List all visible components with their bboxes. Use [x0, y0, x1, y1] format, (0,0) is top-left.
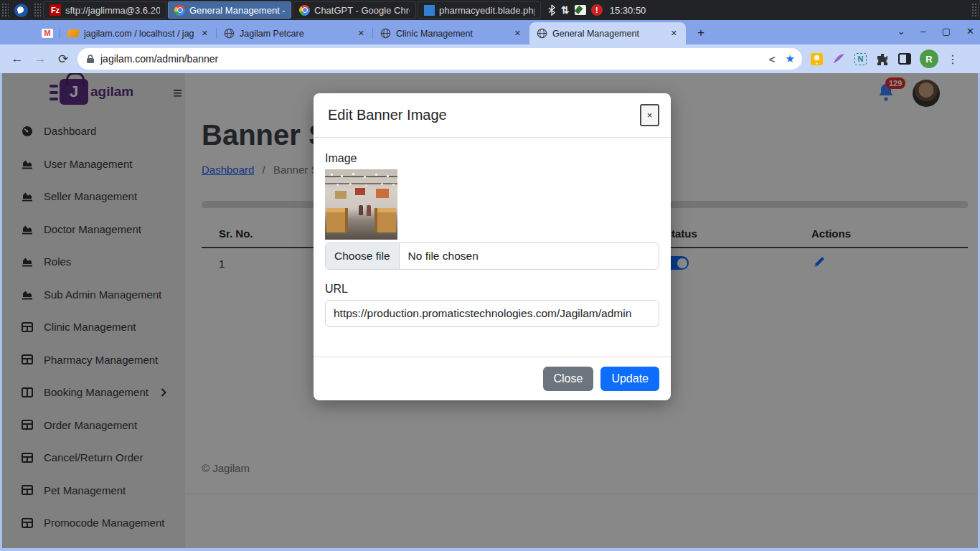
tab-clinic-management[interactable]: Clinic Management ✕	[373, 22, 529, 44]
reload-icon[interactable]: ⟳	[52, 52, 75, 67]
modal-body: Image Choose file No file chosen URL	[314, 138, 671, 357]
vscode-icon	[424, 5, 435, 16]
system-tray: ⇅ !	[547, 4, 603, 16]
tab-close-icon[interactable]: ✕	[668, 27, 680, 39]
tab-jagilam-petcare[interactable]: Jagilam Petcare ✕	[217, 22, 373, 44]
file-input[interactable]: Choose file No file chosen	[325, 242, 659, 270]
taskbar-window-title: General Management - Goo...	[189, 5, 285, 16]
window-controls: ⌄ – ▢ ✕	[897, 20, 974, 42]
taskbar-window-title: sftp://jaglimma@3.6.201.5 - ...	[65, 5, 160, 16]
tab-close-icon[interactable]: ✕	[355, 27, 367, 39]
side-panel-icon[interactable]	[898, 53, 911, 65]
taskbar-grip[interactable]	[971, 3, 979, 17]
tab-strip: M jagilam.com / localhost / jagilam ✕ Ja…	[0, 20, 980, 44]
taskbar-window-chrome-active[interactable]: General Management - Goo...	[168, 1, 291, 19]
update-button[interactable]: Update	[600, 367, 659, 391]
share-icon[interactable]: <	[769, 53, 776, 65]
tab-general-management-active[interactable]: General Management ✕	[529, 22, 686, 44]
taskbar-grip[interactable]	[1, 3, 9, 17]
browser-profile-avatar[interactable]: R	[920, 50, 938, 68]
globe-icon	[537, 28, 547, 39]
page-viewport: agilam Dashboard User Management	[0, 73, 980, 551]
tab-title: Jagilam Petcare	[240, 29, 350, 39]
url-input[interactable]	[325, 300, 659, 327]
taskbar-window-title: pharmacyedit.blade.php - Vis...	[439, 5, 534, 16]
tab-title: Clinic Management	[396, 29, 507, 39]
screen: Fz sftp://jaglimma@3.6.201.5 - ... Gener…	[0, 0, 980, 551]
clock[interactable]: 15:30:50	[610, 5, 646, 16]
alert-tray-icon[interactable]: !	[591, 4, 603, 16]
tab-title: General Management	[552, 29, 663, 39]
banner-image-thumbnail	[325, 169, 397, 240]
taskbar-grip[interactable]	[34, 3, 41, 17]
forward-icon[interactable]: →	[29, 52, 52, 66]
notes-tray-icon[interactable]	[575, 5, 586, 15]
tab-close-icon[interactable]: ✕	[199, 27, 211, 39]
chrome-icon	[174, 5, 185, 16]
close-button[interactable]: Close	[543, 367, 594, 391]
edit-banner-modal: Edit Banner Image × Image Choose f	[314, 93, 671, 400]
browser-menu-chevron-icon[interactable]: ⌄	[897, 26, 905, 37]
address-bar[interactable]: jagilam.com/admin/banner < ★	[77, 48, 802, 70]
globe-icon	[224, 28, 235, 39]
tab-close-icon[interactable]: ✕	[512, 27, 524, 39]
url-label: URL	[325, 283, 659, 296]
taskbar-window-chatgpt[interactable]: ChatGPT - Google Chrome	[293, 1, 416, 19]
globe-icon	[380, 28, 391, 39]
taskbar: Fz sftp://jaglimma@3.6.201.5 - ... Gener…	[0, 0, 980, 20]
bookmark-star-icon[interactable]: ★	[786, 52, 795, 65]
extensions-puzzle-icon[interactable]	[876, 52, 889, 65]
extensions-area: N	[811, 52, 911, 65]
quill-extension-icon[interactable]	[832, 53, 845, 65]
app-menu-icon[interactable]	[14, 4, 28, 17]
taskbar-window-title: ChatGPT - Google Chrome	[314, 5, 410, 16]
keep-extension-icon[interactable]	[811, 53, 823, 65]
phpmyadmin-icon	[67, 29, 80, 37]
network-arrows-icon[interactable]: ⇅	[561, 4, 570, 16]
browser-toolbar: ← → ⟳ jagilam.com/admin/banner < ★ N	[0, 44, 980, 73]
bluetooth-icon[interactable]	[547, 4, 556, 16]
choose-file-button[interactable]: Choose file	[326, 243, 400, 269]
modal-header: Edit Banner Image ×	[314, 93, 671, 138]
maximize-icon[interactable]: ▢	[942, 26, 951, 37]
modal-title: Edit Banner Image	[328, 107, 447, 123]
lock-icon	[86, 54, 95, 64]
close-window-icon[interactable]: ✕	[966, 26, 974, 37]
browser-menu-icon[interactable]: ⋮	[947, 52, 958, 66]
tab-title: jagilam.com / localhost / jagilam	[84, 29, 194, 39]
url-text: jagilam.com/admin/banner	[100, 53, 769, 65]
chrome-icon	[299, 5, 310, 16]
tab-phpmyadmin[interactable]: jagilam.com / localhost / jagilam ✕	[60, 22, 217, 44]
back-icon[interactable]: ←	[6, 52, 29, 66]
modal-close-button[interactable]: ×	[640, 104, 659, 126]
taskbar-window-filezilla[interactable]: Fz sftp://jaglimma@3.6.201.5 - ...	[43, 1, 166, 19]
image-label: Image	[325, 152, 659, 165]
taskbar-window-vscode[interactable]: pharmacyedit.blade.php - Vis...	[418, 1, 541, 19]
clipper-extension-icon[interactable]: N	[854, 53, 867, 65]
new-tab-button[interactable]: +	[692, 24, 710, 42]
filezilla-icon: Fz	[50, 4, 61, 16]
gmail-icon: M	[42, 29, 53, 38]
minimize-icon[interactable]: –	[921, 26, 926, 37]
modal-footer: Close Update	[314, 357, 671, 400]
tab-gmail-pinned[interactable]: M	[33, 22, 60, 44]
file-status-text: No file chosen	[400, 243, 487, 269]
